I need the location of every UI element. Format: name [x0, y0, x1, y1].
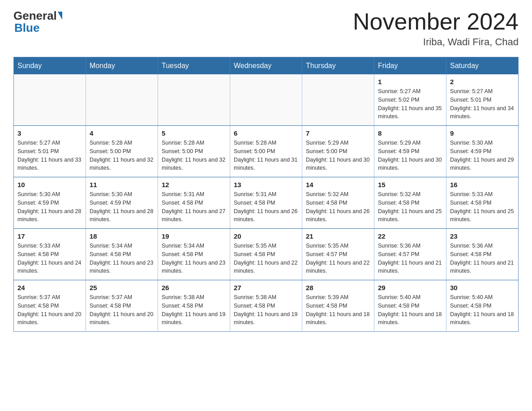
location-title: Iriba, Wadi Fira, Chad	[353, 36, 519, 48]
day-info: Sunrise: 5:31 AM Sunset: 4:58 PM Dayligh…	[162, 190, 226, 224]
day-info: Sunrise: 5:35 AM Sunset: 4:57 PM Dayligh…	[306, 242, 370, 275]
calendar-cell: 12Sunrise: 5:31 AM Sunset: 4:58 PM Dayli…	[158, 177, 230, 229]
day-info: Sunrise: 5:27 AM Sunset: 5:01 PM Dayligh…	[17, 139, 82, 172]
calendar-table: SundayMondayTuesdayWednesdayThursdayFrid…	[13, 57, 519, 332]
day-number: 25	[90, 284, 154, 291]
calendar-week-row: 17Sunrise: 5:33 AM Sunset: 4:58 PM Dayli…	[14, 229, 519, 280]
calendar-cell	[86, 74, 158, 126]
day-info: Sunrise: 5:35 AM Sunset: 4:58 PM Dayligh…	[234, 242, 298, 275]
calendar-cell: 10Sunrise: 5:30 AM Sunset: 4:59 PM Dayli…	[14, 177, 86, 229]
day-info: Sunrise: 5:40 AM Sunset: 4:58 PM Dayligh…	[378, 293, 442, 327]
day-info: Sunrise: 5:30 AM Sunset: 4:59 PM Dayligh…	[90, 190, 154, 224]
day-info: Sunrise: 5:31 AM Sunset: 4:58 PM Dayligh…	[234, 190, 298, 224]
calendar-cell: 6Sunrise: 5:28 AM Sunset: 5:00 PM Daylig…	[230, 126, 302, 177]
day-number: 19	[162, 232, 226, 240]
calendar-cell: 27Sunrise: 5:38 AM Sunset: 4:58 PM Dayli…	[230, 280, 302, 332]
day-info: Sunrise: 5:29 AM Sunset: 4:59 PM Dayligh…	[378, 139, 442, 172]
calendar-cell: 30Sunrise: 5:40 AM Sunset: 4:58 PM Dayli…	[446, 280, 519, 332]
day-info: Sunrise: 5:38 AM Sunset: 4:58 PM Dayligh…	[162, 293, 226, 327]
calendar-cell	[158, 74, 230, 126]
calendar-cell: 24Sunrise: 5:37 AM Sunset: 4:58 PM Dayli…	[14, 280, 86, 332]
calendar-cell: 15Sunrise: 5:32 AM Sunset: 4:58 PM Dayli…	[374, 177, 446, 229]
day-info: Sunrise: 5:36 AM Sunset: 4:58 PM Dayligh…	[450, 242, 515, 275]
day-number: 13	[234, 181, 298, 188]
day-number: 20	[234, 232, 298, 240]
day-number: 12	[162, 181, 226, 188]
day-info: Sunrise: 5:28 AM Sunset: 5:00 PM Dayligh…	[90, 139, 154, 172]
day-number: 23	[450, 232, 515, 240]
day-info: Sunrise: 5:37 AM Sunset: 4:58 PM Dayligh…	[17, 293, 82, 327]
calendar-week-row: 3Sunrise: 5:27 AM Sunset: 5:01 PM Daylig…	[14, 126, 519, 177]
header: General Blue November 2024 Iriba, Wadi F…	[13, 9, 519, 48]
calendar-header-row: SundayMondayTuesdayWednesdayThursdayFrid…	[14, 57, 519, 75]
day-number: 30	[450, 284, 515, 291]
calendar-cell: 23Sunrise: 5:36 AM Sunset: 4:58 PM Dayli…	[446, 229, 519, 280]
day-number: 16	[450, 181, 515, 188]
day-number: 21	[306, 232, 370, 240]
title-area: November 2024 Iriba, Wadi Fira, Chad	[353, 9, 519, 48]
calendar-cell: 20Sunrise: 5:35 AM Sunset: 4:58 PM Dayli…	[230, 229, 302, 280]
day-number: 29	[378, 284, 442, 291]
calendar-cell	[230, 74, 302, 126]
day-info: Sunrise: 5:32 AM Sunset: 4:58 PM Dayligh…	[306, 190, 370, 224]
day-number: 27	[234, 284, 298, 291]
calendar-week-row: 10Sunrise: 5:30 AM Sunset: 4:59 PM Dayli…	[14, 177, 519, 229]
logo-blue-text: Blue	[14, 21, 39, 35]
calendar-cell	[302, 74, 374, 126]
day-info: Sunrise: 5:33 AM Sunset: 4:58 PM Dayligh…	[17, 242, 82, 275]
day-number: 22	[378, 232, 442, 240]
day-info: Sunrise: 5:38 AM Sunset: 4:58 PM Dayligh…	[234, 293, 298, 327]
day-info: Sunrise: 5:34 AM Sunset: 4:58 PM Dayligh…	[162, 242, 226, 275]
day-number: 28	[306, 284, 370, 291]
calendar-cell: 17Sunrise: 5:33 AM Sunset: 4:58 PM Dayli…	[14, 229, 86, 280]
calendar-header-friday: Friday	[374, 57, 446, 75]
calendar-cell	[14, 74, 86, 126]
logo: General Blue	[13, 9, 62, 35]
day-info: Sunrise: 5:30 AM Sunset: 4:59 PM Dayligh…	[450, 139, 515, 172]
calendar-cell: 14Sunrise: 5:32 AM Sunset: 4:58 PM Dayli…	[302, 177, 374, 229]
calendar-cell: 25Sunrise: 5:37 AM Sunset: 4:58 PM Dayli…	[86, 280, 158, 332]
day-number: 4	[90, 129, 154, 137]
calendar-cell: 19Sunrise: 5:34 AM Sunset: 4:58 PM Dayli…	[158, 229, 230, 280]
month-title: November 2024	[353, 9, 519, 34]
day-number: 2	[450, 78, 515, 86]
day-number: 8	[378, 129, 442, 137]
day-info: Sunrise: 5:28 AM Sunset: 5:00 PM Dayligh…	[162, 139, 226, 172]
day-info: Sunrise: 5:27 AM Sunset: 5:01 PM Dayligh…	[450, 87, 515, 121]
calendar-header-sunday: Sunday	[14, 57, 86, 75]
calendar-cell: 22Sunrise: 5:36 AM Sunset: 4:57 PM Dayli…	[374, 229, 446, 280]
day-info: Sunrise: 5:40 AM Sunset: 4:58 PM Dayligh…	[450, 293, 515, 327]
calendar-header-tuesday: Tuesday	[158, 57, 230, 75]
day-info: Sunrise: 5:37 AM Sunset: 4:58 PM Dayligh…	[90, 293, 154, 327]
calendar-header-saturday: Saturday	[446, 57, 519, 75]
day-number: 6	[234, 129, 298, 137]
calendar-cell: 3Sunrise: 5:27 AM Sunset: 5:01 PM Daylig…	[14, 126, 86, 177]
calendar-cell: 18Sunrise: 5:34 AM Sunset: 4:58 PM Dayli…	[86, 229, 158, 280]
day-number: 11	[90, 181, 154, 188]
calendar-cell: 7Sunrise: 5:29 AM Sunset: 5:00 PM Daylig…	[302, 126, 374, 177]
calendar-header-monday: Monday	[86, 57, 158, 75]
calendar-cell: 8Sunrise: 5:29 AM Sunset: 4:59 PM Daylig…	[374, 126, 446, 177]
day-number: 10	[17, 181, 82, 188]
calendar-cell: 16Sunrise: 5:33 AM Sunset: 4:58 PM Dayli…	[446, 177, 519, 229]
calendar-cell: 13Sunrise: 5:31 AM Sunset: 4:58 PM Dayli…	[230, 177, 302, 229]
calendar-cell: 2Sunrise: 5:27 AM Sunset: 5:01 PM Daylig…	[446, 74, 519, 126]
day-info: Sunrise: 5:28 AM Sunset: 5:00 PM Dayligh…	[234, 139, 298, 172]
calendar-cell: 28Sunrise: 5:39 AM Sunset: 4:58 PM Dayli…	[302, 280, 374, 332]
day-number: 5	[162, 129, 226, 137]
calendar-cell: 29Sunrise: 5:40 AM Sunset: 4:58 PM Dayli…	[374, 280, 446, 332]
day-number: 18	[90, 232, 154, 240]
calendar-cell: 21Sunrise: 5:35 AM Sunset: 4:57 PM Dayli…	[302, 229, 374, 280]
calendar-week-row: 24Sunrise: 5:37 AM Sunset: 4:58 PM Dayli…	[14, 280, 519, 332]
day-number: 15	[378, 181, 442, 188]
day-number: 9	[450, 129, 515, 137]
day-info: Sunrise: 5:34 AM Sunset: 4:58 PM Dayligh…	[90, 242, 154, 275]
day-number: 24	[17, 284, 82, 291]
day-info: Sunrise: 5:33 AM Sunset: 4:58 PM Dayligh…	[450, 190, 515, 224]
day-number: 26	[162, 284, 226, 291]
day-info: Sunrise: 5:27 AM Sunset: 5:02 PM Dayligh…	[378, 87, 442, 121]
day-info: Sunrise: 5:36 AM Sunset: 4:57 PM Dayligh…	[378, 242, 442, 275]
day-number: 3	[17, 129, 82, 137]
calendar-week-row: 1Sunrise: 5:27 AM Sunset: 5:02 PM Daylig…	[14, 74, 519, 126]
calendar-cell: 11Sunrise: 5:30 AM Sunset: 4:59 PM Dayli…	[86, 177, 158, 229]
